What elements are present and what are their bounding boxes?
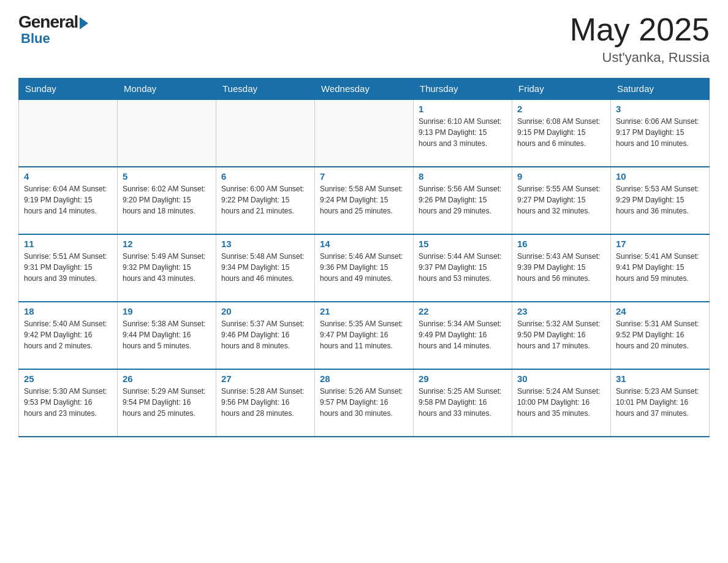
day-number: 25 [24, 373, 112, 384]
calendar-cell: 5Sunrise: 6:02 AM Sunset: 9:20 PM Daylig… [118, 167, 216, 234]
day-number: 10 [616, 171, 704, 182]
calendar-cell: 30Sunrise: 5:24 AM Sunset: 10:00 PM Dayl… [512, 369, 611, 437]
calendar-day-header: Wednesday [315, 79, 414, 100]
day-number: 9 [517, 171, 605, 182]
day-info: Sunrise: 6:02 AM Sunset: 9:20 PM Dayligh… [123, 183, 211, 216]
calendar-table: SundayMondayTuesdayWednesdayThursdayFrid… [18, 78, 710, 437]
calendar-day-header: Monday [118, 79, 216, 100]
day-info: Sunrise: 6:06 AM Sunset: 9:17 PM Dayligh… [616, 116, 704, 149]
calendar-cell: 20Sunrise: 5:37 AM Sunset: 9:46 PM Dayli… [216, 302, 315, 369]
day-number: 11 [24, 239, 112, 249]
calendar-cell: 15Sunrise: 5:44 AM Sunset: 9:37 PM Dayli… [414, 234, 512, 302]
day-info: Sunrise: 5:37 AM Sunset: 9:46 PM Dayligh… [221, 318, 309, 351]
day-info: Sunrise: 5:55 AM Sunset: 9:27 PM Dayligh… [517, 183, 605, 216]
day-number: 14 [320, 239, 408, 249]
day-info: Sunrise: 6:00 AM Sunset: 9:22 PM Dayligh… [221, 183, 309, 216]
calendar-week-row: 1Sunrise: 6:10 AM Sunset: 9:13 PM Daylig… [19, 99, 710, 167]
calendar-cell: 4Sunrise: 6:04 AM Sunset: 9:19 PM Daylig… [19, 167, 118, 234]
day-number: 8 [419, 171, 507, 182]
day-number: 19 [123, 306, 211, 316]
calendar-cell: 2Sunrise: 6:08 AM Sunset: 9:15 PM Daylig… [512, 99, 611, 167]
calendar-location: Ust'yanka, Russia [570, 50, 710, 66]
calendar-day-header: Thursday [414, 79, 512, 100]
day-info: Sunrise: 5:34 AM Sunset: 9:49 PM Dayligh… [419, 318, 507, 351]
day-number: 27 [221, 373, 309, 384]
day-number: 29 [419, 373, 507, 384]
day-number: 23 [517, 306, 605, 316]
day-info: Sunrise: 5:44 AM Sunset: 9:37 PM Dayligh… [419, 251, 507, 284]
calendar-cell: 10Sunrise: 5:53 AM Sunset: 9:29 PM Dayli… [611, 167, 710, 234]
day-info: Sunrise: 5:29 AM Sunset: 9:54 PM Dayligh… [123, 386, 211, 419]
calendar-cell: 13Sunrise: 5:48 AM Sunset: 9:34 PM Dayli… [216, 234, 315, 302]
day-number: 20 [221, 306, 309, 316]
day-info: Sunrise: 5:48 AM Sunset: 9:34 PM Dayligh… [221, 251, 309, 284]
calendar-cell: 23Sunrise: 5:32 AM Sunset: 9:50 PM Dayli… [512, 302, 611, 369]
calendar-cell [216, 99, 315, 167]
logo-general-text: General [18, 12, 78, 32]
day-info: Sunrise: 5:24 AM Sunset: 10:00 PM Daylig… [517, 386, 605, 419]
day-info: Sunrise: 5:25 AM Sunset: 9:58 PM Dayligh… [419, 386, 507, 419]
calendar-week-row: 25Sunrise: 5:30 AM Sunset: 9:53 PM Dayli… [19, 369, 710, 437]
calendar-cell: 27Sunrise: 5:28 AM Sunset: 9:56 PM Dayli… [216, 369, 315, 437]
day-info: Sunrise: 5:40 AM Sunset: 9:42 PM Dayligh… [24, 318, 112, 351]
day-info: Sunrise: 5:30 AM Sunset: 9:53 PM Dayligh… [24, 386, 112, 419]
day-info: Sunrise: 6:10 AM Sunset: 9:13 PM Dayligh… [419, 116, 507, 149]
day-number: 28 [320, 373, 408, 384]
day-info: Sunrise: 6:08 AM Sunset: 9:15 PM Dayligh… [517, 116, 605, 149]
day-number: 1 [419, 104, 507, 114]
day-number: 3 [616, 104, 704, 114]
calendar-cell: 8Sunrise: 5:56 AM Sunset: 9:26 PM Daylig… [414, 167, 512, 234]
calendar-day-header: Saturday [611, 79, 710, 100]
calendar-cell: 22Sunrise: 5:34 AM Sunset: 9:49 PM Dayli… [414, 302, 512, 369]
day-info: Sunrise: 5:51 AM Sunset: 9:31 PM Dayligh… [24, 251, 112, 284]
title-block: May 2025 Ust'yanka, Russia [570, 12, 710, 66]
calendar-cell [315, 99, 414, 167]
calendar-cell: 12Sunrise: 5:49 AM Sunset: 9:32 PM Dayli… [118, 234, 216, 302]
calendar-day-header: Tuesday [216, 79, 315, 100]
day-number: 21 [320, 306, 408, 316]
calendar-cell: 14Sunrise: 5:46 AM Sunset: 9:36 PM Dayli… [315, 234, 414, 302]
day-info: Sunrise: 5:56 AM Sunset: 9:26 PM Dayligh… [419, 183, 507, 216]
page-header: General Blue May 2025 Ust'yanka, Russia [18, 12, 710, 66]
day-number: 18 [24, 306, 112, 316]
day-info: Sunrise: 5:43 AM Sunset: 9:39 PM Dayligh… [517, 251, 605, 284]
day-number: 30 [517, 373, 605, 384]
calendar-cell: 7Sunrise: 5:58 AM Sunset: 9:24 PM Daylig… [315, 167, 414, 234]
calendar-cell: 18Sunrise: 5:40 AM Sunset: 9:42 PM Dayli… [19, 302, 118, 369]
day-info: Sunrise: 5:58 AM Sunset: 9:24 PM Dayligh… [320, 183, 408, 216]
day-number: 2 [517, 104, 605, 114]
calendar-cell: 25Sunrise: 5:30 AM Sunset: 9:53 PM Dayli… [19, 369, 118, 437]
calendar-cell: 31Sunrise: 5:23 AM Sunset: 10:01 PM Dayl… [611, 369, 710, 437]
calendar-cell: 21Sunrise: 5:35 AM Sunset: 9:47 PM Dayli… [315, 302, 414, 369]
day-number: 22 [419, 306, 507, 316]
day-info: Sunrise: 5:38 AM Sunset: 9:44 PM Dayligh… [123, 318, 211, 351]
day-info: Sunrise: 5:28 AM Sunset: 9:56 PM Dayligh… [221, 386, 309, 419]
day-info: Sunrise: 5:49 AM Sunset: 9:32 PM Dayligh… [123, 251, 211, 284]
day-number: 13 [221, 239, 309, 249]
day-number: 24 [616, 306, 704, 316]
day-info: Sunrise: 6:04 AM Sunset: 9:19 PM Dayligh… [24, 183, 112, 216]
calendar-cell: 1Sunrise: 6:10 AM Sunset: 9:13 PM Daylig… [414, 99, 512, 167]
calendar-cell [19, 99, 118, 167]
calendar-day-header: Friday [512, 79, 611, 100]
calendar-cell: 11Sunrise: 5:51 AM Sunset: 9:31 PM Dayli… [19, 234, 118, 302]
calendar-header-row: SundayMondayTuesdayWednesdayThursdayFrid… [19, 79, 710, 100]
logo: General Blue [18, 12, 88, 47]
calendar-week-row: 11Sunrise: 5:51 AM Sunset: 9:31 PM Dayli… [19, 234, 710, 302]
day-number: 17 [616, 239, 704, 249]
calendar-cell: 19Sunrise: 5:38 AM Sunset: 9:44 PM Dayli… [118, 302, 216, 369]
day-info: Sunrise: 5:46 AM Sunset: 9:36 PM Dayligh… [320, 251, 408, 284]
calendar-title: May 2025 [570, 12, 710, 47]
day-number: 7 [320, 171, 408, 182]
day-number: 12 [123, 239, 211, 249]
day-info: Sunrise: 5:23 AM Sunset: 10:01 PM Daylig… [616, 386, 704, 419]
logo-blue-text: Blue [21, 31, 50, 47]
calendar-cell: 26Sunrise: 5:29 AM Sunset: 9:54 PM Dayli… [118, 369, 216, 437]
day-info: Sunrise: 5:41 AM Sunset: 9:41 PM Dayligh… [616, 251, 704, 284]
calendar-cell: 24Sunrise: 5:31 AM Sunset: 9:52 PM Dayli… [611, 302, 710, 369]
day-info: Sunrise: 5:35 AM Sunset: 9:47 PM Dayligh… [320, 318, 408, 351]
calendar-week-row: 18Sunrise: 5:40 AM Sunset: 9:42 PM Dayli… [19, 302, 710, 369]
day-number: 26 [123, 373, 211, 384]
day-number: 16 [517, 239, 605, 249]
logo-arrow-icon [80, 17, 88, 29]
